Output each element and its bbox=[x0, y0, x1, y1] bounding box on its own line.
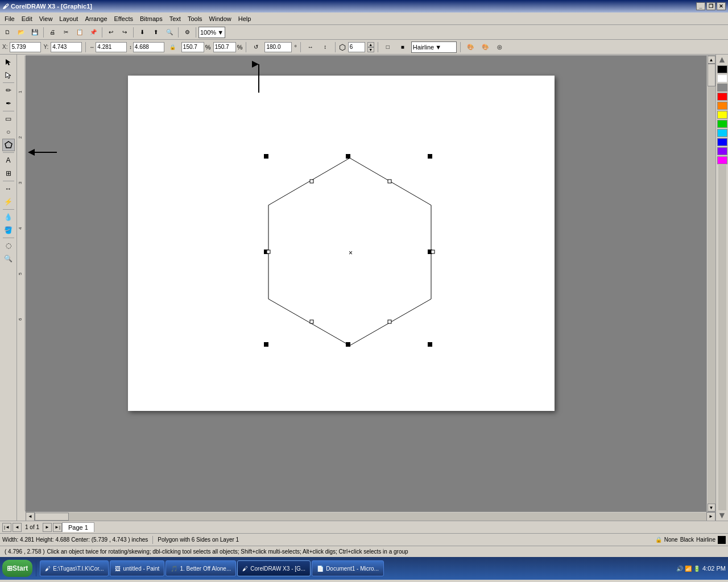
menu-help[interactable]: Help bbox=[235, 14, 255, 23]
scroll-left-button[interactable]: ◄ bbox=[26, 512, 35, 521]
scroll-thumb-v[interactable] bbox=[708, 64, 715, 86]
menu-window[interactable]: Window bbox=[206, 14, 235, 23]
polygon-sides-input[interactable] bbox=[348, 42, 365, 52]
color-green[interactable] bbox=[717, 120, 727, 128]
line-style-dropdown[interactable]: Hairline ▼ bbox=[411, 41, 457, 53]
handle-top-left[interactable] bbox=[264, 154, 268, 159]
color-black[interactable] bbox=[717, 65, 727, 73]
restore-button[interactable]: ❐ bbox=[706, 2, 715, 10]
menu-file[interactable]: File bbox=[1, 14, 18, 23]
scroll-right-button[interactable]: ► bbox=[706, 512, 715, 521]
menu-effects[interactable]: Effects bbox=[111, 14, 136, 23]
rotate-input[interactable] bbox=[264, 42, 292, 52]
page-last-button[interactable]: ►| bbox=[53, 523, 62, 532]
taskbar-item-1[interactable]: 🖼 untitled - Paint bbox=[110, 560, 164, 576]
menu-tools[interactable]: Tools bbox=[184, 14, 206, 23]
width-pct-input[interactable] bbox=[181, 42, 204, 52]
redo-button[interactable]: ↪ bbox=[118, 26, 131, 39]
handle-bottom-left[interactable] bbox=[264, 342, 268, 347]
color-yellow[interactable] bbox=[717, 111, 727, 119]
zoom-in-button[interactable]: 🔍 bbox=[163, 26, 176, 39]
zoom-dropdown-arrow[interactable]: ▼ bbox=[217, 29, 224, 36]
color-blue[interactable] bbox=[717, 138, 727, 146]
lock-ratio-button[interactable]: 🔒 bbox=[167, 41, 179, 53]
menu-arrange[interactable]: Arrange bbox=[81, 14, 110, 23]
menu-text[interactable]: Text bbox=[166, 14, 184, 23]
taskbar-item-3[interactable]: 🖌 CorelDRAW X3 - [G... bbox=[237, 560, 311, 576]
print-button[interactable]: 🖨 bbox=[46, 26, 59, 39]
color-btn1[interactable]: 🎨 bbox=[464, 41, 477, 53]
zoom-dropdown[interactable]: 100% ▼ bbox=[198, 27, 225, 38]
outline-tool[interactable]: ◌ bbox=[2, 239, 15, 252]
color-gray[interactable] bbox=[717, 84, 727, 92]
node-bottom-right[interactable] bbox=[388, 320, 391, 323]
new-button[interactable]: 🗋 bbox=[1, 26, 14, 39]
ellipse-tool[interactable]: ○ bbox=[2, 126, 15, 138]
zoom-tool[interactable]: 🔍 bbox=[2, 252, 15, 265]
handle-bottom-center[interactable] bbox=[346, 342, 350, 347]
scroll-down-button[interactable]: ▼ bbox=[708, 504, 715, 512]
node-left[interactable] bbox=[267, 250, 270, 253]
text-tool[interactable]: A bbox=[2, 154, 15, 167]
node-top-left[interactable] bbox=[310, 180, 313, 183]
selection-tool[interactable] bbox=[2, 56, 15, 68]
fill-btn[interactable]: ■ bbox=[396, 41, 409, 53]
node-bottom-left[interactable] bbox=[310, 320, 313, 323]
flip-v-button[interactable]: ↕ bbox=[319, 41, 332, 53]
hexagon-group[interactable]: × bbox=[264, 154, 435, 347]
fill-tool[interactable]: 🪣 bbox=[2, 224, 15, 236]
handle-top-right[interactable] bbox=[428, 154, 432, 159]
eyedropper-tool[interactable]: 💧 bbox=[2, 211, 15, 223]
color-violet[interactable] bbox=[717, 147, 727, 155]
width-input[interactable] bbox=[96, 42, 127, 52]
menu-edit[interactable]: Edit bbox=[18, 14, 36, 23]
export-button[interactable]: ⬆ bbox=[150, 26, 162, 39]
drawing-canvas[interactable]: × bbox=[128, 76, 555, 411]
palette-track[interactable] bbox=[718, 165, 726, 510]
color-cyan[interactable] bbox=[717, 129, 727, 137]
open-button[interactable]: 📂 bbox=[15, 26, 27, 39]
rotate-ccw-button[interactable]: ↺ bbox=[250, 41, 262, 53]
menu-bitmaps[interactable]: Bitmaps bbox=[136, 14, 166, 23]
taskbar-item-0[interactable]: 🖌 E:\Tugas\T.I.K\Cor... bbox=[40, 560, 109, 576]
node-right[interactable] bbox=[431, 250, 435, 253]
scroll-track-h[interactable] bbox=[35, 513, 706, 521]
scrollbar-vertical[interactable]: ▲ ▼ bbox=[706, 56, 715, 512]
page-prev-button[interactable]: ◄ bbox=[13, 523, 22, 532]
menu-layout[interactable]: Layout bbox=[56, 14, 81, 23]
copy-button[interactable]: 📋 bbox=[73, 26, 86, 39]
handle-bottom-right[interactable] bbox=[428, 342, 432, 347]
rectangle-tool[interactable]: ▭ bbox=[2, 113, 15, 125]
cut-button[interactable]: ✂ bbox=[60, 26, 72, 39]
page-next-button[interactable]: ► bbox=[43, 523, 52, 532]
flip-h-button[interactable]: ↔ bbox=[304, 41, 317, 53]
scrollbar-horizontal[interactable]: ◄ ► bbox=[26, 512, 715, 521]
color-magenta[interactable] bbox=[717, 156, 727, 164]
canvas-area[interactable]: × bbox=[26, 56, 715, 512]
palette-scroll-up[interactable]: ▲ bbox=[717, 55, 727, 65]
color-btn3[interactable]: ◎ bbox=[494, 41, 506, 53]
close-button[interactable]: ✕ bbox=[717, 2, 726, 10]
x-input[interactable] bbox=[10, 42, 41, 52]
y-input[interactable] bbox=[51, 42, 82, 52]
height-pct-input[interactable] bbox=[213, 42, 236, 52]
palette-scroll-down[interactable]: ▼ bbox=[717, 510, 727, 521]
freehand-tool[interactable]: ✏ bbox=[2, 84, 15, 97]
interactive-tool[interactable]: ⚡ bbox=[2, 196, 15, 208]
color-red[interactable] bbox=[717, 93, 727, 101]
options-button[interactable]: ⚙ bbox=[181, 26, 193, 39]
smart-draw-tool[interactable]: ✒ bbox=[2, 97, 15, 110]
color-orange[interactable] bbox=[717, 102, 727, 110]
table-tool[interactable]: ⊞ bbox=[2, 167, 15, 180]
polygon-sides-spinners[interactable]: ▲ ▼ bbox=[367, 42, 374, 52]
color-btn2[interactable]: 🎨 bbox=[479, 41, 491, 53]
start-button[interactable]: ⊞ Start bbox=[2, 560, 32, 577]
polygon-tool[interactable] bbox=[2, 139, 15, 151]
node-top-right[interactable] bbox=[388, 180, 391, 183]
outline-btn[interactable]: □ bbox=[382, 41, 394, 53]
color-white[interactable] bbox=[717, 74, 727, 82]
page-tab-1[interactable]: Page 1 bbox=[62, 522, 94, 532]
menu-view[interactable]: View bbox=[36, 14, 56, 23]
dimension-tool[interactable]: ↔ bbox=[2, 182, 15, 195]
height-input[interactable] bbox=[133, 42, 164, 52]
